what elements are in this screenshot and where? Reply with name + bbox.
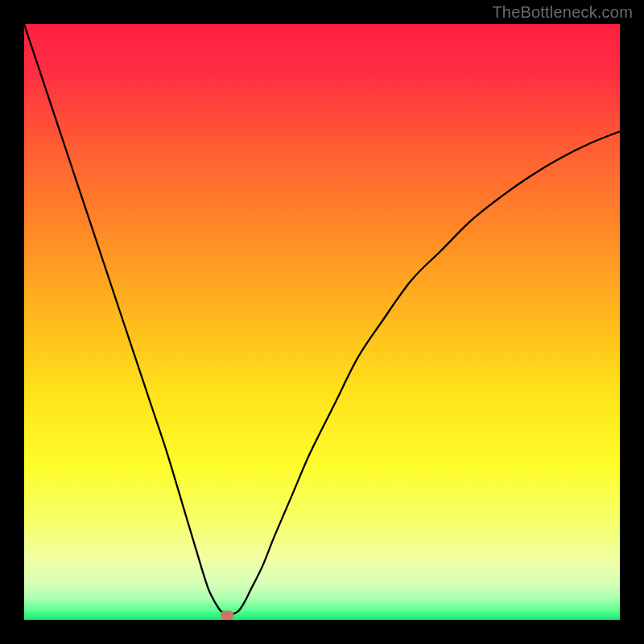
curve-layer: [24, 24, 620, 620]
chart-frame: TheBottleneck.com: [0, 0, 644, 644]
plot-area: [24, 24, 620, 620]
min-marker: [221, 611, 233, 620]
curve-path: [24, 24, 620, 614]
watermark-text: TheBottleneck.com: [492, 3, 633, 22]
